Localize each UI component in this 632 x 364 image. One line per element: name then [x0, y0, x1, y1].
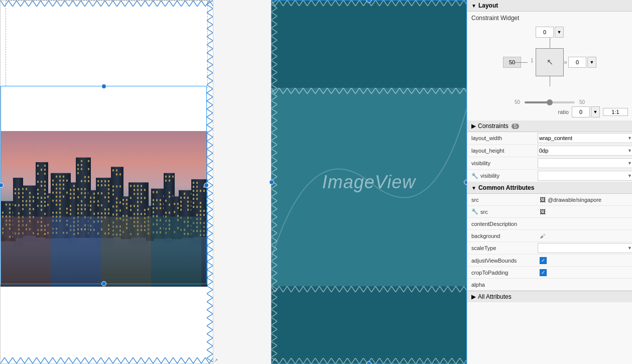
rw-bottom-section	[271, 286, 467, 364]
all-attributes-arrow-icon: ▶	[471, 293, 476, 300]
white-area-bottom	[1, 287, 207, 289]
src-value-text: @drawable/singapore	[548, 197, 601, 203]
attr-row-src: src 🖼 @drawable/singapore	[467, 194, 632, 206]
all-attributes-label: All Attributes	[478, 293, 512, 300]
visibility-wrench-select[interactable]	[538, 171, 632, 181]
common-attributes-label: Common Attributes	[478, 184, 535, 191]
attr-value-layout-height: 0dp wrap_content match_parent ▼	[538, 146, 632, 156]
zigzag-right-svg	[207, 1, 213, 363]
attr-value-src-wrench: 🖼	[538, 208, 632, 216]
attr-value-alpha	[538, 284, 632, 285]
constraint-right-group: « » ▼	[560, 57, 596, 68]
attr-name-alpha: alpha	[467, 281, 538, 289]
constraint-top-dropdown[interactable]: ▼	[555, 27, 564, 38]
rw-zigzag-left	[271, 0, 277, 364]
attr-name-scale-type: scaleType	[467, 244, 538, 252]
attr-row-visibility: visibility visible invisible gone ▼	[467, 157, 632, 170]
attributes-table: layout_width wrap_content match_parent 0…	[467, 132, 632, 182]
ratio-row: ratio ▼ 1:1	[467, 105, 632, 120]
attr-value-layout-width: wrap_content match_parent 0dp ▼	[538, 133, 632, 143]
layout-section-header[interactable]: ▼ Layout	[467, 0, 632, 12]
left-widget	[0, 0, 213, 364]
constraint-right-input[interactable]	[568, 57, 586, 68]
attr-name-adjust-view-bounds: adjustViewBounds	[467, 257, 538, 265]
city-canvas	[1, 131, 207, 287]
wrench-icon: 🔧	[471, 173, 478, 179]
cursor-icon: ↖	[547, 57, 553, 67]
attr-value-adjust-view-bounds: ✓	[538, 257, 632, 265]
attr-row-background: background 🖌	[467, 230, 632, 242]
attr-value-src: 🖼 @drawable/singapore	[538, 196, 632, 204]
ratio-value: 1:1	[603, 108, 628, 116]
common-attributes-header[interactable]: ▼ Common Attributes	[467, 182, 632, 194]
slider-right-label: 50	[579, 99, 585, 105]
layout-arrow-icon: ▼	[471, 3, 476, 9]
common-attributes-table: src 🖼 @drawable/singapore 🔧 src 🖼 conten…	[467, 194, 632, 291]
ratio-spinner-input[interactable]	[572, 106, 590, 117]
adjust-view-bounds-checkbox[interactable]: ✓	[540, 257, 547, 264]
attr-row-visibility-wrench: 🔧 visibility ▼	[467, 170, 632, 182]
attr-value-visibility-wrench: ▼	[538, 171, 632, 181]
imageview-label: ImageView	[322, 172, 416, 193]
c-line-left	[514, 62, 528, 63]
ratio-spinner-dropdown[interactable]: ▼	[591, 106, 600, 117]
src-wrench-icon: 🔧	[471, 208, 478, 215]
left-constraint-label: 1	[531, 58, 534, 63]
constraint-diagram: ▼ ↖ « » ▼ 1 1	[502, 26, 597, 98]
attr-name-src-wrench: 🔧 src	[467, 207, 538, 216]
constraint-right-dropdown[interactable]: ▼	[587, 57, 596, 68]
attr-row-src-wrench: 🔧 src 🖼	[467, 206, 632, 218]
constraints-label: Constraints	[478, 123, 509, 130]
attr-name-crop-to-padding: cropToPadding	[467, 269, 538, 277]
attr-name-background: background	[467, 232, 538, 240]
attr-value-crop-to-padding: ✓	[538, 269, 632, 277]
rw-zigzag-mid-top	[271, 88, 467, 94]
attr-name-content-description: contentDescription	[467, 220, 538, 228]
attr-name-layout-height: layout_height	[467, 147, 538, 155]
attr-row-layout-width: layout_width wrap_content match_parent 0…	[467, 132, 632, 145]
constraint-top-group: ▼	[536, 27, 564, 38]
zigzag-bottom-svg	[1, 357, 213, 363]
rw-zigzag-bottom	[271, 358, 467, 364]
attr-name-layout-width: layout_width	[467, 134, 538, 142]
constraints-section-header[interactable]: ▶ Constraints 5	[467, 120, 632, 132]
attr-name-visibility: visibility	[467, 159, 538, 167]
white-area-top	[1, 86, 207, 131]
rw-zigzag-mid-bottom	[271, 286, 467, 292]
visibility-select[interactable]: visible invisible gone	[538, 158, 632, 168]
right-panel: ▼ Layout Constraint Widget ▼ ↖ «	[467, 0, 632, 364]
constraint-center-box: ↖	[536, 48, 564, 76]
src-wrench-image-icon: 🖼	[540, 208, 546, 215]
slider-left-label: 50	[515, 99, 520, 105]
rw-top-section	[271, 0, 467, 88]
constraints-badge: 5	[512, 124, 520, 129]
constraint-slider-container: 50 50	[467, 100, 632, 105]
scale-type-select[interactable]: fitCenter centerCrop	[538, 243, 632, 253]
attr-name-src: src	[467, 196, 538, 204]
src-image-icon: 🖼	[540, 196, 546, 203]
right-chevron-right: »	[564, 59, 567, 66]
attr-value-content-description	[538, 223, 632, 224]
common-arrow-icon: ▼	[471, 185, 476, 191]
constraint-slider[interactable]: 50 50	[525, 101, 575, 103]
attr-row-content-description: contentDescription	[467, 218, 632, 230]
constraint-top-input[interactable]	[536, 27, 554, 38]
constraint-widget-label: Constraint Widget	[467, 12, 632, 24]
city-image	[1, 131, 207, 287]
canvas-area: ImageView ↗	[0, 0, 467, 364]
layout-width-select[interactable]: wrap_content match_parent 0dp	[538, 133, 632, 143]
attr-value-visibility: visible invisible gone ▼	[538, 158, 632, 168]
attr-row-adjust-view-bounds: adjustViewBounds ✓	[467, 255, 632, 267]
rw-zigzag-top	[271, 0, 467, 6]
all-attributes-header[interactable]: ▶ All Attributes	[467, 291, 632, 302]
slider-thumb	[547, 99, 553, 105]
zigzag-top-svg	[1, 1, 213, 7]
attr-row-crop-to-padding: cropToPadding ✓	[467, 267, 632, 279]
layout-section-title: Layout	[478, 2, 498, 9]
crop-to-padding-checkbox[interactable]: ✓	[540, 269, 547, 276]
attr-value-background: 🖌	[538, 232, 632, 239]
brush-icon: 🖌	[540, 233, 545, 239]
attr-name-visibility-wrench: 🔧 visibility	[467, 172, 538, 180]
layout-height-select[interactable]: 0dp wrap_content match_parent	[538, 146, 632, 156]
attr-row-scale-type: scaleType fitCenter centerCrop ▼	[467, 242, 632, 255]
